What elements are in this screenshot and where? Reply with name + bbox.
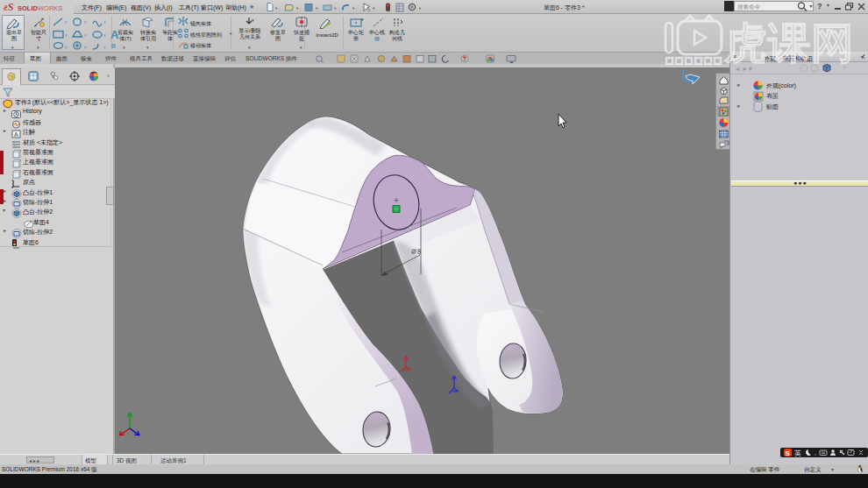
svg-text:S: S	[786, 449, 791, 457]
svg-text:虎课网: 虎课网	[724, 19, 854, 67]
svg-text:英: 英	[794, 449, 801, 457]
